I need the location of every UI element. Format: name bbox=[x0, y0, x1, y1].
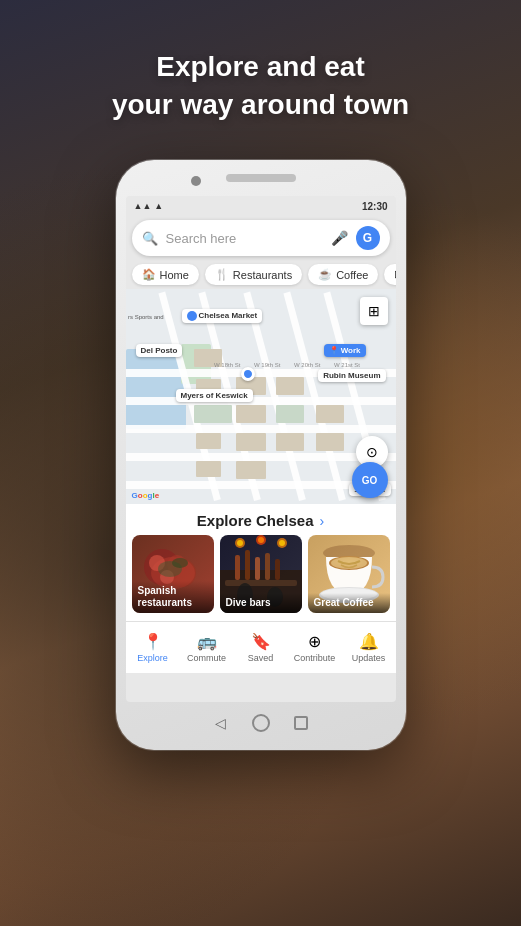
home-icon: 🏠 bbox=[142, 268, 156, 281]
svg-rect-47 bbox=[265, 553, 270, 580]
svg-rect-18 bbox=[276, 405, 304, 423]
svg-rect-46 bbox=[255, 557, 260, 580]
header-title: Explore and eat your way around town bbox=[0, 48, 521, 124]
phone-back-button[interactable] bbox=[214, 716, 228, 730]
svg-rect-5 bbox=[126, 425, 396, 433]
user-location-pin bbox=[241, 367, 255, 381]
nav-saved[interactable]: 🔖 Saved bbox=[234, 632, 288, 663]
phone-camera bbox=[191, 176, 201, 186]
search-icon: 🔍 bbox=[142, 231, 158, 246]
map-label-work: 📍Work bbox=[324, 344, 366, 357]
chip-restaurants[interactable]: 🍴 Restaurants bbox=[205, 264, 302, 285]
svg-rect-23 bbox=[276, 433, 304, 451]
map-label-del-posto: Del Posto bbox=[136, 344, 183, 357]
svg-text:W 18th St: W 18th St bbox=[214, 362, 241, 368]
svg-rect-17 bbox=[236, 405, 266, 423]
chip-home-label: Home bbox=[160, 269, 189, 281]
svg-rect-43 bbox=[225, 580, 297, 586]
search-bar[interactable]: 🔍 Search here 🎤 G bbox=[132, 220, 390, 256]
category-chips: 🏠 Home 🍴 Restaurants ☕ Coffee ⊞ bbox=[126, 260, 396, 289]
chip-home[interactable]: 🏠 Home bbox=[132, 264, 199, 285]
map-layers-button[interactable]: ⊞ bbox=[360, 297, 388, 325]
phone-top-bar bbox=[226, 174, 296, 182]
go-button[interactable]: GO bbox=[352, 462, 388, 498]
contribute-nav-icon: ⊕ bbox=[308, 632, 321, 651]
map-label-chelsea-market: Chelsea Market bbox=[182, 309, 263, 323]
svg-text:W 21st St: W 21st St bbox=[334, 362, 360, 368]
svg-rect-22 bbox=[236, 433, 266, 451]
nav-updates[interactable]: 🔔 Updates bbox=[342, 632, 396, 663]
updates-nav-icon: 🔔 bbox=[359, 632, 379, 651]
svg-rect-26 bbox=[236, 461, 266, 479]
svg-point-54 bbox=[279, 540, 285, 546]
bottom-navigation: 📍 Explore 🚌 Commute 🔖 Saved ⊕ Contribute… bbox=[126, 621, 396, 673]
chip-coffee[interactable]: ☕ Coffee bbox=[308, 264, 378, 285]
chip-restaurants-label: Restaurants bbox=[233, 269, 292, 281]
svg-text:rs Sports and: rs Sports and bbox=[128, 314, 164, 320]
commute-nav-icon: 🚌 bbox=[197, 632, 217, 651]
status-icons: ▲▲ ▲ bbox=[134, 201, 164, 211]
explore-section: Explore Chelsea › bbox=[126, 504, 396, 621]
nav-updates-label: Updates bbox=[352, 653, 386, 663]
nav-explore-label: Explore bbox=[137, 653, 168, 663]
nav-commute[interactable]: 🚌 Commute bbox=[180, 632, 234, 663]
svg-text:W 19th St: W 19th St bbox=[254, 362, 281, 368]
svg-text:W 20th St: W 20th St bbox=[294, 362, 321, 368]
svg-rect-48 bbox=[275, 559, 280, 580]
svg-rect-19 bbox=[316, 405, 344, 423]
header-section: Explore and eat your way around town bbox=[0, 48, 521, 124]
card-great-coffee[interactable]: Great Coffee bbox=[308, 535, 390, 613]
nav-contribute[interactable]: ⊕ Contribute bbox=[288, 632, 342, 663]
explore-title: Explore Chelsea bbox=[197, 512, 314, 529]
nav-explore[interactable]: 📍 Explore bbox=[126, 632, 180, 663]
svg-rect-24 bbox=[316, 433, 344, 451]
phone-device: ▲▲ ▲ 12:30 🔍 Search here 🎤 G 🏠 Home � bbox=[116, 160, 406, 750]
card-dive-bars[interactable]: Dive bars bbox=[220, 535, 302, 613]
svg-rect-44 bbox=[235, 555, 240, 580]
nav-contribute-label: Contribute bbox=[294, 653, 336, 663]
map-view[interactable]: W 18th St W 19th St W 20th St W 21st St … bbox=[126, 289, 396, 504]
status-bar: ▲▲ ▲ 12:30 bbox=[126, 196, 396, 216]
card-spanish-restaurants[interactable]: Spanish restaurants bbox=[132, 535, 214, 613]
svg-rect-20 bbox=[194, 405, 232, 423]
coffee-icon: ☕ bbox=[318, 268, 332, 281]
google-logo: Google bbox=[132, 491, 160, 500]
map-label-rubin-museum: Rubin Museum bbox=[318, 369, 385, 382]
card-dive-bars-label: Dive bars bbox=[220, 593, 302, 613]
status-time: 12:30 bbox=[362, 201, 388, 212]
place-cards-row: Spanish restaurants bbox=[126, 535, 396, 621]
phone-hardware-buttons bbox=[214, 714, 308, 732]
explore-nav-icon: 📍 bbox=[143, 632, 163, 651]
phone-home-button[interactable] bbox=[252, 714, 270, 732]
card-great-coffee-label: Great Coffee bbox=[308, 593, 390, 613]
svg-point-52 bbox=[237, 540, 243, 546]
restaurant-icon: 🍴 bbox=[215, 268, 229, 281]
svg-rect-21 bbox=[196, 433, 221, 449]
explore-header[interactable]: Explore Chelsea › bbox=[126, 504, 396, 535]
svg-rect-16 bbox=[276, 377, 304, 395]
chip-coffee-label: Coffee bbox=[336, 269, 368, 281]
microphone-icon[interactable]: 🎤 bbox=[331, 230, 348, 246]
explore-chevron: › bbox=[320, 513, 325, 529]
phone-recents-button[interactable] bbox=[294, 716, 308, 730]
signal-icon: ▲▲ bbox=[134, 201, 152, 211]
svg-rect-25 bbox=[196, 461, 221, 477]
saved-nav-icon: 🔖 bbox=[251, 632, 271, 651]
nav-commute-label: Commute bbox=[187, 653, 226, 663]
card-spanish-restaurants-label: Spanish restaurants bbox=[132, 581, 214, 613]
svg-rect-45 bbox=[245, 550, 250, 580]
map-label-myers: Myers of Keswick bbox=[176, 389, 253, 402]
wifi-icon: ▲ bbox=[154, 201, 163, 211]
search-placeholder: Search here bbox=[166, 231, 323, 246]
more-icon: ⊞ bbox=[394, 268, 395, 281]
svg-point-40 bbox=[172, 558, 188, 568]
svg-point-53 bbox=[258, 537, 264, 543]
phone-screen: ▲▲ ▲ 12:30 🔍 Search here 🎤 G 🏠 Home � bbox=[126, 196, 396, 702]
nav-saved-label: Saved bbox=[248, 653, 274, 663]
chip-more[interactable]: ⊞ bbox=[384, 264, 395, 285]
phone-frame: ▲▲ ▲ 12:30 🔍 Search here 🎤 G 🏠 Home � bbox=[116, 160, 406, 750]
user-avatar[interactable]: G bbox=[356, 226, 380, 250]
